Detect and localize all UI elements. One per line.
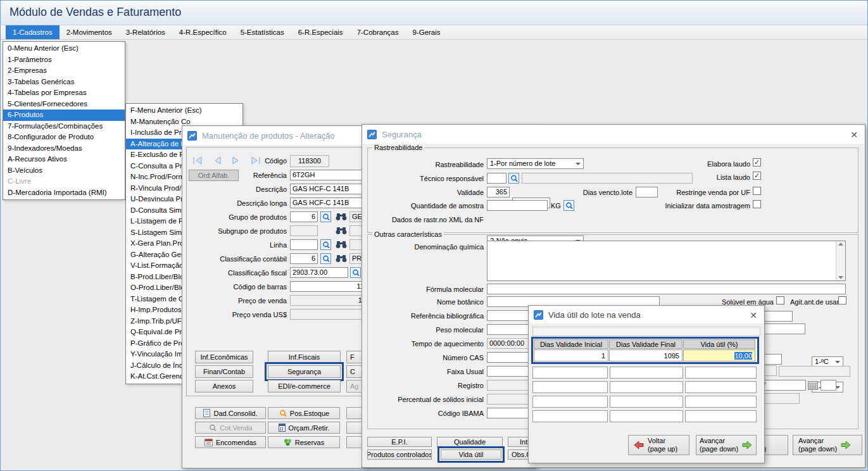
- referencia-label: Referência: [195, 172, 287, 179]
- col-header-vida-util[interactable]: Vida útil (%): [683, 339, 755, 349]
- scroll-up-icon[interactable]: [838, 242, 843, 246]
- cod-barras-field[interactable]: 118: [290, 281, 370, 292]
- cell[interactable]: [685, 396, 757, 408]
- partial-field-3[interactable]: [763, 354, 782, 365]
- pos-estoque-button[interactable]: Pos.Estoque: [268, 407, 340, 419]
- cell[interactable]: [532, 410, 608, 422]
- elabora-laudo-checkbox[interactable]: ✓: [753, 158, 761, 166]
- tab-gerais[interactable]: 9-Gerais: [405, 25, 447, 39]
- partial-field-6[interactable]: [821, 380, 836, 391]
- tab-cobrancas[interactable]: 7-Cobranças: [350, 25, 406, 39]
- anexos-button[interactable]: Anexos: [195, 380, 253, 392]
- dialog-voltar-button[interactable]: Voltar (page up): [628, 435, 689, 455]
- finan-contab-button[interactable]: Finan/Contab: [195, 365, 253, 378]
- tab-r-especiais[interactable]: 6-R.Especiais: [291, 25, 350, 39]
- linha-search-button[interactable]: [320, 239, 331, 250]
- cell[interactable]: [685, 367, 757, 379]
- cell[interactable]: [532, 367, 608, 379]
- grupo-search-button[interactable]: [320, 211, 331, 222]
- cell-row0-dias-final[interactable]: 1095: [609, 349, 682, 361]
- inicializar-amostragem-checkbox[interactable]: [753, 200, 761, 208]
- qualidade-button[interactable]: Qualidade: [437, 437, 503, 447]
- menu-item-tabelas-empresas[interactable]: 4-Tabelas por Empresas: [3, 87, 125, 99]
- dialog-avancar-button[interactable]: Avançar (page down): [696, 435, 757, 455]
- cell[interactable]: [532, 381, 608, 393]
- qtd-amostra-search-button[interactable]: [563, 200, 574, 211]
- linha-field[interactable]: [290, 239, 318, 250]
- tab-relatorios[interactable]: 3-Relatórios: [119, 25, 172, 39]
- tab-r-especifico[interactable]: 4-R.Específico: [172, 25, 234, 39]
- denominacao-scrollbar[interactable]: [836, 241, 845, 280]
- menu-item-recursos-ativos[interactable]: A-Recursos Ativos: [3, 154, 125, 165]
- menu-item-empresas[interactable]: 2-Empresas: [3, 65, 125, 77]
- class-fiscal-field[interactable]: 2903.73.00: [290, 267, 348, 278]
- qtd-amostra-field[interactable]: [487, 200, 548, 211]
- menu-item-menu-anterior[interactable]: 0-Menu Anterior (Esc): [3, 43, 125, 54]
- partial-field-1[interactable]: [763, 311, 793, 322]
- inf-fiscais-button[interactable]: Inf.Fiscais: [268, 351, 341, 363]
- security-window-titlebar[interactable]: Segurança ✕: [363, 125, 864, 144]
- dad-consolid-button[interactable]: Dad.Consolid.: [195, 407, 266, 419]
- orcam-retir-button[interactable]: Orçam./Retir.: [268, 422, 340, 434]
- cell[interactable]: [610, 410, 683, 422]
- close-icon[interactable]: ✕: [848, 130, 860, 140]
- class-fiscal-search-button[interactable]: [350, 267, 361, 278]
- binoculars-icon[interactable]: [335, 254, 348, 263]
- cell[interactable]: [610, 396, 683, 408]
- cell[interactable]: [532, 396, 608, 408]
- tab-cadastros[interactable]: 1-Cadastros: [6, 25, 60, 39]
- calendar-picker-icon[interactable]: [808, 381, 818, 390]
- tab-estatisticas[interactable]: 5-Estatísticas: [234, 25, 291, 39]
- encomendas-button[interactable]: Encomendas: [195, 436, 266, 448]
- restringe-uf-checkbox[interactable]: [753, 187, 761, 195]
- lista-laudo-checkbox[interactable]: ✓: [753, 172, 761, 180]
- epi-button[interactable]: E.P.I.: [367, 437, 432, 447]
- close-icon[interactable]: ✕: [748, 310, 759, 320]
- binoculars-icon[interactable]: [335, 213, 348, 221]
- rastreabilidade-select[interactable]: 1-Por número de lote: [487, 158, 584, 169]
- agit-checkbox[interactable]: [838, 296, 846, 305]
- validade-field[interactable]: 365: [487, 187, 510, 198]
- menu-item-formulacoes[interactable]: 7-Formulações/Combinações: [3, 121, 125, 132]
- denominacao-textarea[interactable]: [487, 241, 846, 281]
- soluvel-checkbox[interactable]: [776, 296, 784, 305]
- tecnico-search-button[interactable]: [508, 173, 519, 184]
- cell[interactable]: [685, 410, 757, 422]
- menu-item-veiculos[interactable]: B-Veículos: [3, 165, 125, 177]
- menu-item-produtos[interactable]: 6-Produtos: [3, 110, 125, 121]
- cell[interactable]: [610, 367, 683, 379]
- inf-economicas-button[interactable]: Inf.Econômicas: [195, 351, 253, 363]
- lifespan-dialog-titlebar[interactable]: Vida útil do lote na venda ✕: [529, 306, 764, 323]
- grupo-field[interactable]: 6: [290, 211, 318, 222]
- formula-field[interactable]: [487, 284, 846, 294]
- binoculars-icon[interactable]: [335, 227, 348, 235]
- menu-item-mercadoria-importada[interactable]: D-Mercadoria Importada (RMI): [3, 187, 125, 199]
- menu-item-tabelas-genericas[interactable]: 3-Tabelas Genéricas: [3, 77, 125, 88]
- cell[interactable]: [685, 381, 757, 393]
- scroll-down-icon[interactable]: [838, 276, 843, 279]
- seguranca-button[interactable]: Segurança: [268, 365, 341, 378]
- menu-item-clientes-fornecedores[interactable]: 5-Clientes/Fornecedores: [3, 99, 125, 110]
- red-arrow-left-icon: [634, 441, 644, 449]
- tab-movimentos[interactable]: 2-Movimentos: [60, 25, 119, 39]
- reservas-button[interactable]: Reservas: [268, 436, 340, 448]
- col-header-dias-final[interactable]: Dias Validade Final: [609, 339, 682, 349]
- security-avancar-button[interactable]: Avançar (page down): [793, 435, 862, 455]
- submenu-item-menu-anterior[interactable]: F-Menu Anterior (Esc): [126, 105, 242, 116]
- edi-ecommerce-button[interactable]: EDI/e-commerce: [268, 380, 341, 392]
- tecnico-field[interactable]: [487, 173, 506, 184]
- cell-row0-dias-inicial[interactable]: 1: [534, 349, 608, 361]
- menu-item-indexadores[interactable]: 9-Indexadores/Moedas: [3, 143, 125, 154]
- produtos-controlados-button[interactable]: Produtos controlados: [367, 449, 432, 460]
- menu-item-parametros[interactable]: 1-Parâmetros: [3, 54, 125, 66]
- class-contabil-field[interactable]: 6: [290, 253, 318, 264]
- menu-item-configurador[interactable]: 8-Configurador de Produto: [3, 132, 125, 143]
- cell-row0-vida-util[interactable]: 10,00: [683, 349, 755, 361]
- application-window: Módulo de Vendas e Faturamento 1-Cadastr…: [0, 0, 868, 471]
- date-field[interactable]: /: [761, 380, 806, 391]
- binoculars-icon[interactable]: [335, 241, 348, 249]
- class-contabil-search-button[interactable]: [320, 253, 331, 264]
- cell[interactable]: [610, 381, 683, 393]
- vida-util-button[interactable]: Vida útil: [441, 449, 501, 460]
- col-header-dias-inicial[interactable]: Dias Validade Inicial: [534, 339, 608, 349]
